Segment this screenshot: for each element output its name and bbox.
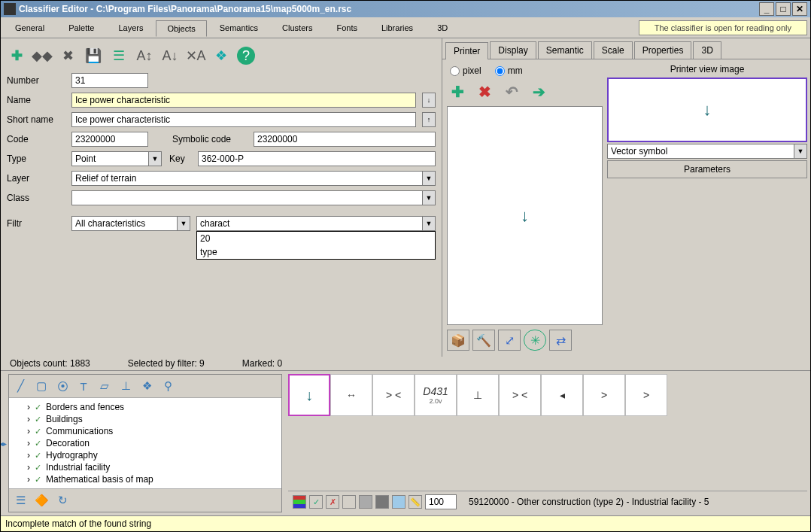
- rect-tool-icon[interactable]: ▢: [33, 378, 50, 394]
- swatch-gray[interactable]: [375, 495, 389, 509]
- swatch-blue[interactable]: [392, 495, 406, 509]
- preview-image[interactable]: ↓: [607, 78, 807, 142]
- symbol-cell[interactable]: ↔: [330, 374, 372, 416]
- ruler-icon[interactable]: 📏: [409, 495, 422, 509]
- parameters-button[interactable]: Parameters: [607, 160, 807, 178]
- name-dropdown-button[interactable]: ↓: [422, 93, 436, 108]
- layers-tool-icon[interactable]: ❖: [138, 378, 155, 394]
- geo-tool-icon[interactable]: ⚲: [159, 378, 176, 394]
- code-input[interactable]: [71, 132, 148, 147]
- tree-color-icon[interactable]: 🔶: [33, 492, 50, 509]
- minimize-button[interactable]: _: [759, 2, 774, 16]
- add-preview-icon[interactable]: ✚: [447, 82, 468, 102]
- symbol-cell[interactable]: ⊥: [457, 374, 499, 416]
- lamp-icon[interactable]: 🔨: [472, 330, 495, 351]
- tab-clusters[interactable]: Clusters: [271, 20, 323, 36]
- symbol-cell[interactable]: ↓: [288, 374, 330, 416]
- symbol-type-dropdown-button[interactable]: ▼: [794, 144, 807, 159]
- collapse-icon[interactable]: ✳: [524, 330, 546, 351]
- save-icon[interactable]: 💾: [84, 46, 103, 65]
- tab-fonts[interactable]: Fonts: [325, 20, 369, 36]
- zoom-input[interactable]: [425, 494, 457, 509]
- redo-icon[interactable]: ➔: [528, 82, 549, 102]
- check-list-icon[interactable]: ✓: [309, 495, 323, 509]
- shortname-input[interactable]: [71, 112, 416, 127]
- symbol-cell[interactable]: >: [625, 374, 667, 416]
- symbol-cell[interactable]: >: [583, 374, 625, 416]
- filtr-option[interactable]: type: [197, 245, 435, 259]
- chevron-right-icon[interactable]: ›: [27, 426, 30, 436]
- expand-icon[interactable]: ⤢: [498, 330, 521, 351]
- template-tool-icon[interactable]: ⊥: [117, 378, 134, 394]
- chevron-right-icon[interactable]: ›: [27, 462, 30, 473]
- tab-libraries[interactable]: Libraries: [370, 20, 424, 36]
- undo-icon[interactable]: ↶: [501, 82, 522, 102]
- layer-dropdown-button[interactable]: ▼: [422, 171, 436, 186]
- point-tool-icon[interactable]: ⦿: [54, 378, 71, 394]
- class-dropdown-button[interactable]: ▼: [422, 190, 436, 205]
- sort-asc-icon[interactable]: A↕: [135, 46, 154, 65]
- tab-general[interactable]: General: [4, 20, 56, 36]
- layer-tree[interactable]: ›✓Borders and fences ›✓Buildings ›✓Commu…: [9, 398, 281, 488]
- symbol-cell[interactable]: ◂: [541, 374, 583, 416]
- tab-semantics[interactable]: Semantics: [208, 20, 269, 36]
- list-icon[interactable]: ☰: [109, 46, 129, 65]
- help-icon[interactable]: ?: [237, 47, 255, 65]
- layer-select[interactable]: [71, 171, 422, 186]
- tab-3d-right[interactable]: 3D: [693, 41, 721, 59]
- tab-printer[interactable]: Printer: [445, 42, 488, 59]
- mm-radio[interactable]: mm: [495, 65, 523, 76]
- symcode-input[interactable]: [254, 132, 436, 147]
- tab-properties[interactable]: Properties: [634, 41, 692, 59]
- chevron-right-icon[interactable]: ›: [27, 450, 30, 461]
- swatch-lightgray[interactable]: [359, 495, 372, 509]
- filtr-type-dropdown-button[interactable]: ▼: [177, 216, 190, 231]
- sort-desc-icon[interactable]: A↓: [160, 46, 180, 65]
- key-input[interactable]: [198, 151, 436, 166]
- tree-refresh-icon[interactable]: ↻: [54, 492, 71, 509]
- box-icon[interactable]: 📦: [447, 330, 469, 351]
- layers-icon[interactable]: ❖: [211, 46, 231, 65]
- delete-icon[interactable]: ✖: [58, 46, 77, 65]
- symbol-cell[interactable]: D4312.0v: [415, 374, 457, 416]
- tab-semantic[interactable]: Semantic: [538, 41, 592, 59]
- vector-tool-icon[interactable]: ▱: [96, 378, 113, 394]
- tab-display[interactable]: Display: [490, 41, 536, 59]
- class-select[interactable]: [71, 190, 422, 205]
- pixel-radio[interactable]: pixel: [450, 65, 481, 76]
- preview-canvas[interactable]: ↓: [447, 106, 603, 325]
- chevron-right-icon[interactable]: ›: [27, 402, 30, 412]
- type-dropdown-button[interactable]: ▼: [148, 151, 162, 166]
- text-tool-icon[interactable]: T: [75, 378, 92, 394]
- tab-objects[interactable]: Objects: [156, 20, 206, 37]
- sort-x-icon[interactable]: ✕A: [186, 46, 205, 65]
- collapse-handle[interactable]: ◂▸: [1, 371, 5, 515]
- chevron-right-icon[interactable]: ›: [27, 414, 30, 424]
- chevron-right-icon[interactable]: ›: [27, 438, 30, 448]
- maximize-button[interactable]: □: [776, 2, 791, 16]
- tab-3d[interactable]: 3D: [426, 20, 459, 36]
- filtr-search-dropdown-button[interactable]: ▼: [422, 216, 436, 231]
- filtr-option[interactable]: 20: [197, 232, 435, 245]
- close-button[interactable]: ✕: [792, 2, 807, 16]
- type-select[interactable]: [71, 151, 148, 166]
- tree-list-icon[interactable]: ☰: [12, 492, 29, 509]
- filtr-type-select[interactable]: [71, 216, 177, 231]
- chevron-right-icon[interactable]: ›: [27, 474, 30, 485]
- symbol-type-select[interactable]: [607, 144, 794, 159]
- number-input[interactable]: [71, 73, 148, 88]
- tab-palette[interactable]: Palette: [57, 20, 105, 36]
- line-tool-icon[interactable]: ╱: [12, 378, 29, 394]
- swap-icon[interactable]: ⇄: [549, 330, 572, 351]
- delete-preview-icon[interactable]: ✖: [474, 82, 495, 102]
- tab-scale[interactable]: Scale: [594, 41, 633, 59]
- swatch-white[interactable]: [342, 495, 356, 509]
- symbol-cell[interactable]: > <: [372, 374, 415, 416]
- filtr-search-input[interactable]: [196, 216, 422, 231]
- name-input[interactable]: [71, 93, 416, 108]
- grid-icon[interactable]: [293, 495, 306, 509]
- tab-layers[interactable]: Layers: [107, 20, 154, 36]
- add-icon[interactable]: ✚: [7, 46, 26, 65]
- clear-icon[interactable]: ✗: [326, 495, 339, 509]
- copy-icon[interactable]: ◆◆: [32, 46, 52, 65]
